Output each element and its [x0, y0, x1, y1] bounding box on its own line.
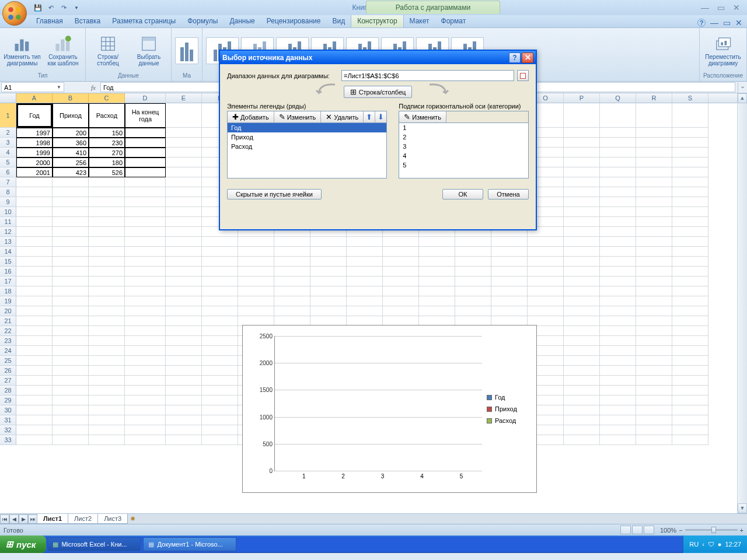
cell[interactable] — [455, 286, 491, 296]
row-header[interactable]: 33 — [0, 435, 16, 445]
cell[interactable] — [16, 396, 53, 405]
cell[interactable] — [125, 306, 166, 316]
cell[interactable] — [16, 296, 53, 306]
cell[interactable] — [419, 286, 455, 296]
cell[interactable] — [202, 336, 238, 346]
row-header[interactable]: 22 — [0, 326, 16, 336]
row-header[interactable]: 13 — [0, 237, 16, 247]
categories-edit-button[interactable]: ✎Изменить — [399, 111, 446, 123]
cell[interactable]: 150 — [89, 128, 125, 138]
list-item[interactable]: 3 — [399, 142, 528, 151]
cell[interactable] — [672, 405, 708, 415]
cell[interactable] — [89, 346, 125, 356]
cell[interactable]: 2001 — [16, 167, 53, 177]
cell[interactable] — [53, 187, 89, 197]
cell[interactable] — [125, 316, 166, 326]
sheet-nav-first-icon[interactable]: ⏮ — [0, 514, 9, 524]
cell[interactable] — [166, 138, 202, 148]
cell[interactable] — [89, 227, 125, 237]
cell[interactable] — [53, 276, 89, 286]
start-button[interactable]: ⊞пуск — [0, 536, 46, 553]
cell[interactable] — [125, 376, 166, 386]
cell[interactable] — [89, 336, 125, 346]
cell[interactable]: 1999 — [16, 148, 53, 158]
cell[interactable] — [274, 306, 310, 316]
row-header[interactable]: 21 — [0, 316, 16, 326]
cell[interactable] — [491, 296, 528, 306]
cell[interactable] — [564, 386, 600, 396]
cell[interactable] — [383, 296, 419, 306]
cell[interactable] — [125, 158, 166, 167]
cell[interactable] — [274, 296, 310, 306]
cell[interactable] — [16, 257, 53, 267]
cell[interactable] — [202, 415, 238, 425]
cell[interactable] — [202, 435, 238, 445]
cell[interactable] — [310, 247, 347, 257]
cell[interactable] — [16, 217, 53, 227]
cell[interactable] — [89, 267, 125, 276]
close-icon[interactable]: ✕ — [731, 3, 742, 12]
cell[interactable] — [600, 316, 636, 326]
cell[interactable] — [274, 267, 310, 276]
cell[interactable] — [202, 247, 238, 257]
tab-formulas[interactable]: Формулы — [181, 15, 224, 27]
cell[interactable] — [672, 386, 708, 396]
cell[interactable] — [16, 227, 53, 237]
cell[interactable] — [636, 306, 672, 316]
cell[interactable] — [166, 267, 202, 276]
cell[interactable] — [347, 276, 383, 286]
row-header[interactable]: 29 — [0, 396, 16, 405]
list-item[interactable]: Приход — [228, 132, 386, 142]
cell[interactable] — [636, 187, 672, 197]
column-header[interactable]: B — [53, 93, 89, 103]
cell[interactable] — [53, 346, 89, 356]
cell[interactable] — [274, 286, 310, 296]
cell[interactable] — [89, 197, 125, 207]
cell[interactable] — [564, 187, 600, 197]
column-header[interactable]: A — [16, 93, 53, 103]
cell[interactable] — [564, 197, 600, 207]
cell[interactable] — [125, 405, 166, 415]
sheet-nav-last-icon[interactable]: ⏭ — [28, 514, 37, 524]
cell[interactable] — [202, 316, 238, 326]
cell[interactable] — [202, 326, 238, 336]
cell[interactable] — [636, 217, 672, 227]
cell[interactable] — [564, 316, 600, 326]
cell[interactable] — [16, 425, 53, 435]
tab-view[interactable]: Вид — [326, 15, 351, 27]
cell[interactable] — [419, 247, 455, 257]
maximize-icon[interactable]: ▭ — [715, 3, 727, 12]
cell[interactable] — [125, 286, 166, 296]
cell[interactable] — [310, 306, 347, 316]
cell[interactable] — [125, 356, 166, 366]
cell[interactable] — [564, 415, 600, 425]
cell[interactable] — [383, 306, 419, 316]
row-header[interactable]: 5 — [0, 158, 16, 167]
cell[interactable] — [53, 366, 89, 376]
cell[interactable] — [600, 356, 636, 366]
cell[interactable] — [89, 217, 125, 227]
list-item[interactable]: Расход — [228, 142, 386, 151]
cell[interactable] — [202, 405, 238, 415]
cell[interactable] — [600, 103, 636, 128]
cell[interactable] — [166, 207, 202, 217]
fx-icon[interactable]: fx — [86, 84, 100, 91]
cell[interactable] — [564, 227, 600, 237]
tab-chart-layout[interactable]: Макет — [404, 15, 435, 27]
cell[interactable] — [89, 296, 125, 306]
cell[interactable] — [166, 405, 202, 415]
tab-review[interactable]: Рецензирование — [261, 15, 327, 27]
ok-button[interactable]: ОК — [442, 189, 483, 200]
series-list[interactable]: ГодПриходРасход — [227, 123, 387, 178]
tray-icon[interactable]: ● — [718, 541, 722, 548]
cell[interactable] — [89, 257, 125, 267]
cell[interactable] — [564, 138, 600, 148]
cell[interactable]: 360 — [53, 138, 89, 148]
cell[interactable] — [125, 227, 166, 237]
cell[interactable] — [600, 138, 636, 148]
cell[interactable] — [600, 346, 636, 356]
cell[interactable] — [125, 276, 166, 286]
row-header[interactable]: 7 — [0, 177, 16, 187]
zoom-slider[interactable] — [685, 529, 738, 531]
select-data-button[interactable]: Выбрать данные — [130, 32, 167, 70]
